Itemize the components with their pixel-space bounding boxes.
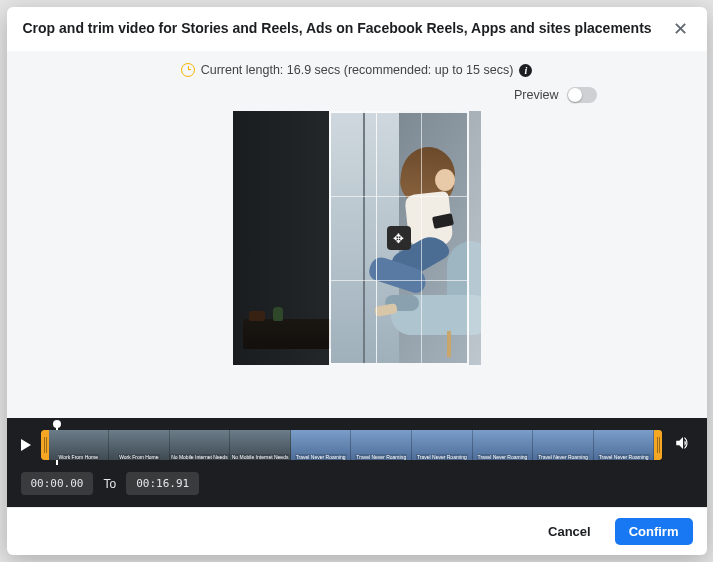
crop-trim-modal: Crop and trim video for Stories and Reel…: [7, 7, 707, 555]
crop-selection[interactable]: ✥: [329, 111, 469, 365]
filmstrip[interactable]: Work From Home Work From Home No Mobile …: [41, 430, 663, 460]
filmstrip-frame[interactable]: Travel Never Roaming: [473, 430, 534, 460]
length-status-text: Current length: 16.9 secs (recommended: …: [201, 63, 514, 77]
crop-mask-left: [233, 111, 329, 365]
confirm-button[interactable]: Confirm: [615, 518, 693, 545]
modal-header: Crop and trim video for Stories and Reel…: [7, 7, 707, 51]
to-label: To: [103, 477, 116, 491]
modal-footer: Cancel Confirm: [7, 507, 707, 555]
end-time-input[interactable]: 00:16.91: [126, 472, 199, 495]
filmstrip-frame[interactable]: No Mobile Internet Needs: [230, 430, 291, 460]
crop-move-handle[interactable]: ✥: [387, 226, 411, 250]
filmstrip-frame[interactable]: Travel Never Roaming: [351, 430, 412, 460]
filmstrip-frame[interactable]: Travel Never Roaming: [291, 430, 352, 460]
close-button[interactable]: ✕: [671, 19, 691, 39]
filmstrip-frame[interactable]: No Mobile Internet Needs: [170, 430, 231, 460]
length-status-row: Current length: 16.9 secs (recommended: …: [181, 63, 533, 77]
timeline-row: Work From Home Work From Home No Mobile …: [21, 428, 693, 462]
preview-toggle[interactable]: [567, 87, 597, 103]
filmstrip-frame[interactable]: Travel Never Roaming: [594, 430, 655, 460]
volume-button[interactable]: [673, 434, 693, 456]
crop-mask-right: [469, 111, 481, 365]
trim-handle-right[interactable]: [654, 430, 662, 460]
start-time-input[interactable]: 00:00.00: [21, 472, 94, 495]
volume-icon: [674, 434, 692, 452]
trim-handle-left[interactable]: [41, 430, 49, 460]
clock-icon: [181, 63, 195, 77]
filmstrip-frame[interactable]: Travel Never Roaming: [533, 430, 594, 460]
time-range-row: 00:00.00 To 00:16.91: [21, 472, 693, 495]
move-icon: ✥: [393, 231, 404, 246]
play-button[interactable]: [21, 439, 31, 451]
info-icon[interactable]: i: [519, 64, 532, 77]
timeline-panel: Work From Home Work From Home No Mobile …: [7, 418, 707, 507]
editor-area: Current length: 16.9 secs (recommended: …: [7, 51, 707, 418]
modal-title: Crop and trim video for Stories and Reel…: [23, 19, 664, 37]
filmstrip-frame[interactable]: Travel Never Roaming: [412, 430, 473, 460]
preview-toggle-row: Preview: [117, 87, 597, 103]
filmstrip-frame[interactable]: Work From Home: [49, 430, 110, 460]
video-crop-stage[interactable]: ✥: [233, 111, 481, 365]
filmstrip-frame[interactable]: Work From Home: [109, 430, 170, 460]
preview-label: Preview: [514, 88, 558, 102]
close-icon: ✕: [673, 18, 688, 40]
cancel-button[interactable]: Cancel: [534, 518, 605, 545]
